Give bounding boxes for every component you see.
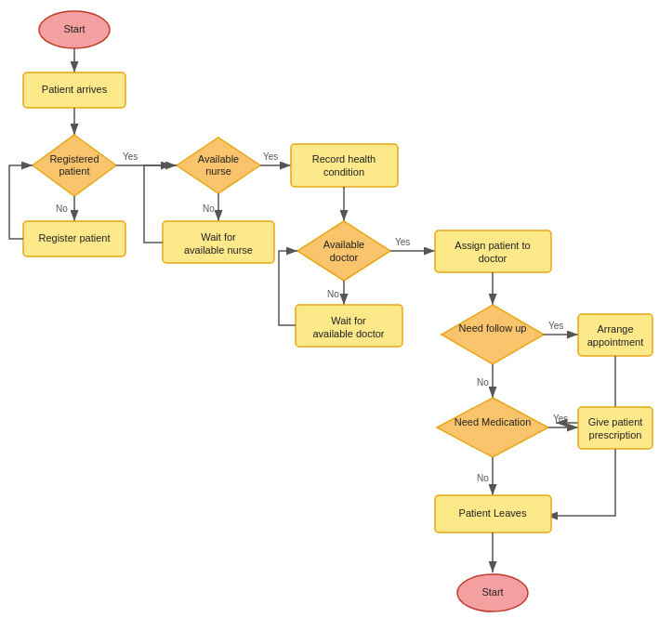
svg-text:nurse: nurse [205, 165, 231, 177]
need-medication-node [437, 398, 548, 457]
svg-text:Wait for: Wait for [331, 315, 366, 326]
yes-label-assign: Yes [395, 237, 410, 247]
yes-label-prescription: Yes [553, 414, 568, 424]
svg-text:available nurse: available nurse [184, 244, 253, 256]
svg-text:Wait for: Wait for [201, 231, 236, 243]
svg-text:Need Medication: Need Medication [455, 416, 532, 427]
svg-text:patient: patient [59, 165, 89, 177]
no-label-leaves: No [477, 473, 489, 483]
start-label: Start [63, 23, 85, 34]
patient-arrives-label: Patient arrives [42, 84, 108, 95]
svg-text:available doctor: available doctor [312, 328, 384, 339]
svg-text:Assign patient to: Assign patient to [455, 240, 530, 251]
no-label-wait-nurse: No [203, 204, 215, 214]
arrange-appt-node [578, 314, 652, 356]
svg-text:Available: Available [198, 153, 239, 164]
svg-text:doctor: doctor [330, 252, 359, 263]
svg-text:Need follow up: Need follow up [459, 322, 527, 334]
no-label-wait-doctor: No [327, 289, 339, 299]
yes-label-record: Yes [263, 151, 278, 162]
registered-patient-label: Registered [49, 153, 99, 164]
svg-text:condition: condition [323, 166, 364, 177]
no-label-medication: No [477, 377, 489, 388]
svg-text:Arrange: Arrange [597, 323, 633, 335]
end-label: Start [481, 586, 503, 598]
no-label-register: No [56, 204, 68, 214]
register-patient-label: Register patient [38, 232, 110, 243]
svg-text:Record health: Record health [312, 153, 376, 164]
give-prescription-node [578, 407, 652, 449]
assign-doctor-node [435, 230, 551, 272]
svg-text:Patient Leaves: Patient Leaves [459, 507, 527, 519]
svg-text:prescription: prescription [589, 429, 642, 440]
svg-text:doctor: doctor [479, 253, 507, 264]
yes-label-arrange: Yes [548, 321, 563, 331]
svg-text:appointment: appointment [587, 336, 644, 348]
svg-text:Give patient: Give patient [588, 416, 643, 427]
flowchart-diagram: Start Patient arrives Registered patient… [0, 0, 659, 644]
yes-label-nurse: Yes [123, 151, 138, 162]
need-followup-node [442, 305, 544, 364]
svg-text:Available: Available [323, 239, 364, 250]
